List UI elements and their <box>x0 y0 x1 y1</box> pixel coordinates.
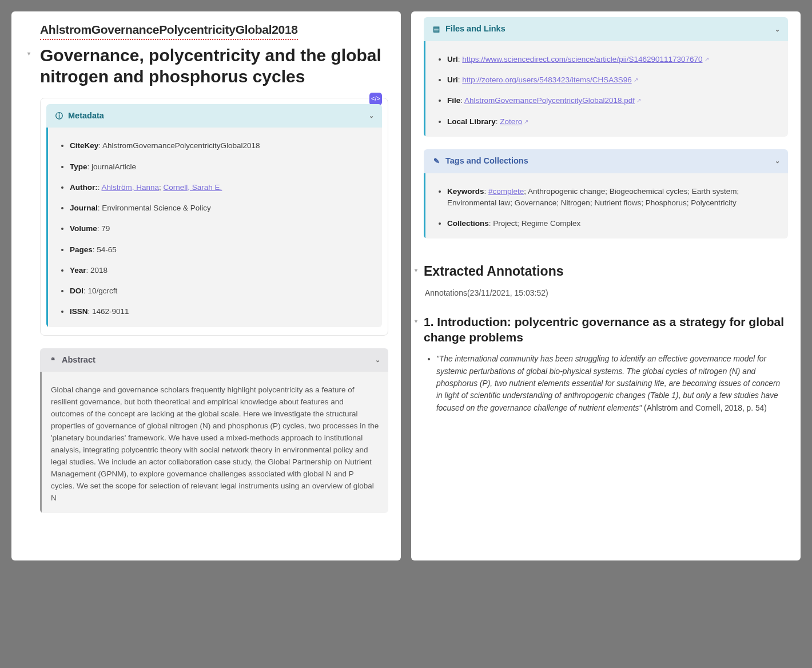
chevron-down-icon: ⌄ <box>775 25 780 34</box>
file-pdf: File: AhlstromGovernancePolycentricityGl… <box>447 95 779 106</box>
pencil-icon: ✎ <box>432 157 441 166</box>
meta-type: Type: journalArticle <box>70 161 373 173</box>
chevron-down-icon: ⌄ <box>775 156 780 166</box>
meta-journal: Journal: Environmental Science & Policy <box>70 202 373 214</box>
abstract-header-label: Abstract <box>62 354 95 367</box>
abstract-body: Global change and governance scholars fr… <box>40 372 388 513</box>
metadata-list: CiteKey: AhlstromGovernancePolycentricit… <box>57 140 373 317</box>
meta-author: Author:: Ahlström, Hanna; Cornell, Sarah… <box>70 182 373 193</box>
author-link-1[interactable]: Ahlström, Hanna <box>102 183 160 192</box>
collections-row: Collections: Project; Regime Complex <box>447 218 779 229</box>
files-header-label: Files and Links <box>445 23 505 35</box>
metadata-callout: ⓘ Metadata ⌄ CiteKey: AhlstromGovernance… <box>46 104 382 327</box>
chevron-down-icon: ⌄ <box>375 355 380 365</box>
annotations-heading-text: Extracted Annotations <box>424 264 564 279</box>
keywords-row: Keywords: #complete; Anthropogenic chang… <box>447 186 779 209</box>
tags-header-label: Tags and Collections <box>445 155 528 168</box>
workspace: AhlstromGovernancePolycentricityGlobal20… <box>11 11 801 560</box>
fold-caret-icon[interactable]: ▾ <box>415 266 417 275</box>
metadata-header-label: Metadata <box>68 110 104 122</box>
annotations-heading: ▾ Extracted Annotations <box>424 261 788 281</box>
metadata-body: CiteKey: AhlstromGovernancePolycentricit… <box>46 128 382 327</box>
code-badge-icon[interactable]: </> <box>369 93 382 105</box>
tags-header[interactable]: ✎ Tags and Collections ⌄ <box>424 149 788 173</box>
abstract-header[interactable]: ❝ Abstract ⌄ <box>40 348 388 372</box>
chevron-down-icon: ⌄ <box>369 111 374 121</box>
page-title: ▾ Governance, polycentricity and the glo… <box>40 45 388 88</box>
annotation-subheading: ▾ 1. Introduction: polycentric governanc… <box>424 314 788 345</box>
keyword-tag-link[interactable]: #complete <box>488 187 524 196</box>
file-local: Local Library: Zotero <box>447 116 779 128</box>
annotation-cite: (Ahlström and Cornell, 2018, p. 54) <box>642 404 767 412</box>
right-panel: ▤ Files and Links ⌄ Url: https://www.sci… <box>411 11 801 560</box>
files-list: Url: https://www.sciencedirect.com/scien… <box>435 54 779 128</box>
uri-link[interactable]: http://zotero.org/users/5483423/items/CH… <box>462 75 638 84</box>
local-library-link[interactable]: Zotero <box>500 117 528 126</box>
meta-doi: DOI: 10/gcrcft <box>70 285 373 297</box>
quote-icon: ❝ <box>48 355 57 364</box>
meta-issn: ISSN: 1462-9011 <box>70 306 373 317</box>
meta-volume: Volume: 79 <box>70 223 373 234</box>
metadata-header[interactable]: ⓘ Metadata ⌄ <box>46 104 382 128</box>
annotation-quote: "The international community has been st… <box>436 353 788 414</box>
metadata-container: </> ⓘ Metadata ⌄ CiteKey: AhlstromGovern… <box>40 98 388 336</box>
pdf-link[interactable]: AhlstromGovernancePolycentricityGlobal20… <box>464 96 641 105</box>
meta-year: Year: 2018 <box>70 265 373 276</box>
tags-body: Keywords: #complete; Anthropogenic chang… <box>424 173 788 239</box>
tags-callout: ✎ Tags and Collections ⌄ Keywords: #comp… <box>424 149 788 239</box>
info-icon: ⓘ <box>54 111 63 120</box>
meta-pages: Pages: 54-65 <box>70 244 373 256</box>
annotations-timestamp: Annotations(23/11/2021, 15:03:52) <box>425 287 788 299</box>
annotation-subheading-text: 1. Introduction: polycentric governance … <box>424 315 784 344</box>
files-header[interactable]: ▤ Files and Links ⌄ <box>424 17 788 41</box>
url-link[interactable]: https://www.sciencedirect.com/science/ar… <box>462 55 708 63</box>
note-icon: ▤ <box>432 25 441 34</box>
file-url: Url: https://www.sciencedirect.com/scien… <box>447 54 779 65</box>
abstract-text: Global change and governance scholars fr… <box>51 384 379 504</box>
files-body: Url: https://www.sciencedirect.com/scien… <box>424 41 788 137</box>
author-link-2[interactable]: Cornell, Sarah E. <box>164 183 222 192</box>
file-uri: Uri: http://zotero.org/users/5483423/ite… <box>447 74 779 86</box>
abstract-callout: ❝ Abstract ⌄ Global change and governanc… <box>40 348 388 514</box>
fold-caret-icon[interactable]: ▾ <box>27 50 30 58</box>
fold-caret-icon[interactable]: ▾ <box>415 317 417 325</box>
page-title-text: Governance, polycentricity and the globa… <box>40 46 381 86</box>
annotation-quote-list: "The international community has been st… <box>424 353 788 414</box>
left-panel: AhlstromGovernancePolycentricityGlobal20… <box>11 11 401 560</box>
tags-list: Keywords: #complete; Anthropogenic chang… <box>435 186 779 230</box>
file-name: AhlstromGovernancePolycentricityGlobal20… <box>40 21 298 40</box>
meta-citekey: CiteKey: AhlstromGovernancePolycentricit… <box>70 140 373 152</box>
files-callout: ▤ Files and Links ⌄ Url: https://www.sci… <box>424 17 788 137</box>
